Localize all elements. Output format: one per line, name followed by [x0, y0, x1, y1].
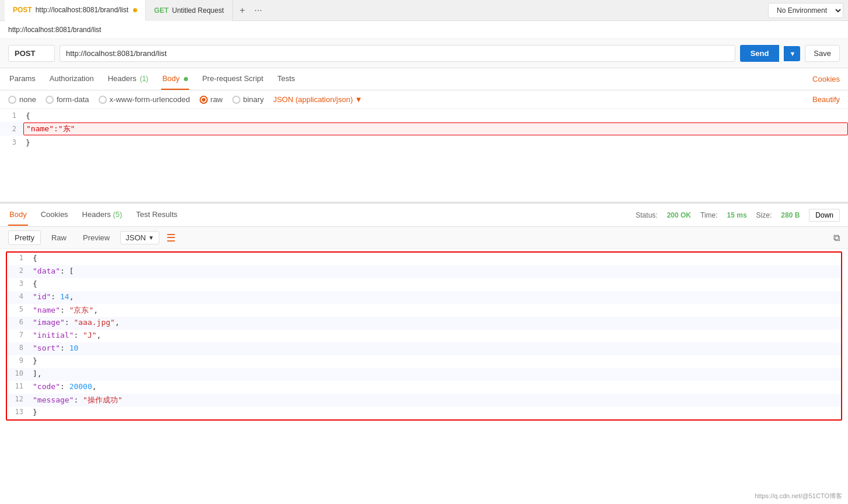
- line-content: "name":"东": [23, 123, 848, 135]
- add-tab-button[interactable]: +: [238, 4, 247, 17]
- radio-formdata-dot: [46, 96, 54, 104]
- radio-urlencoded-dot: [99, 96, 107, 104]
- tab-tests[interactable]: Tests: [276, 68, 296, 90]
- tab-get-label: Untitled Request: [172, 6, 224, 15]
- resp-line-content: "initial": "J",: [30, 330, 841, 341]
- more-tabs-button[interactable]: ···: [252, 4, 264, 17]
- request-bar: POST GET PUT DELETE Send ▼ Save: [0, 39, 848, 68]
- send-dropdown-button[interactable]: ▼: [784, 46, 800, 61]
- resp-code-line: 2 "data": [: [7, 265, 841, 278]
- radio-raw[interactable]: raw: [200, 95, 223, 104]
- copy-icon[interactable]: ⧉: [833, 233, 840, 243]
- resp-code-line: 13}: [7, 407, 841, 419]
- url-input[interactable]: [60, 45, 735, 62]
- env-select-dropdown[interactable]: No Environment: [768, 3, 843, 18]
- resp-line-number: 9: [7, 355, 30, 365]
- beautify-button[interactable]: Beautify: [812, 95, 840, 104]
- send-button[interactable]: Send: [740, 45, 780, 62]
- resp-tab-test-results[interactable]: Test Results: [135, 204, 179, 226]
- resp-line-content: "sort": 10: [30, 342, 841, 354]
- resp-tab-headers[interactable]: Headers (5): [81, 204, 124, 226]
- radio-binary[interactable]: binary: [232, 95, 264, 104]
- body-active-dot: [184, 77, 188, 81]
- radio-none[interactable]: none: [8, 95, 36, 104]
- radio-formdata[interactable]: form-data: [46, 95, 89, 104]
- resp-line-content: }: [30, 355, 841, 366]
- tab-post-label: http://localhost:8081/brand/list: [36, 6, 128, 14]
- resp-code-line: 4 "id": 14,: [7, 291, 841, 304]
- resp-line-number: 10: [7, 368, 30, 377]
- method-select[interactable]: POST GET PUT DELETE: [8, 45, 55, 62]
- tab-authorization[interactable]: Authorization: [48, 68, 95, 90]
- tab-post[interactable]: POST http://localhost:8081/brand/list: [5, 0, 146, 21]
- resp-line-content: {: [30, 278, 841, 289]
- tab-prerequest[interactable]: Pre-request Script: [201, 68, 264, 90]
- resp-line-content: "id": 14,: [30, 291, 841, 302]
- chevron-down-icon: ▼: [148, 235, 154, 241]
- resp-line-number: 3: [7, 278, 30, 288]
- resp-line-number: 12: [7, 394, 30, 403]
- resp-code-line: 5 "name": "京东",: [7, 304, 841, 317]
- resp-line-content: ],: [30, 368, 841, 379]
- resp-line-number: 2: [7, 265, 30, 275]
- resp-code-line: 9 }: [7, 355, 841, 368]
- resp-tab-body[interactable]: Body: [8, 204, 28, 226]
- resp-view-preview[interactable]: Preview: [77, 231, 116, 244]
- resp-tab-cookies[interactable]: Cookies: [40, 204, 69, 226]
- resp-code-line: 6 "image": "aaa.jpg",: [7, 317, 841, 330]
- json-type-select[interactable]: JSON (application/json) ▼: [273, 95, 362, 104]
- line-content: }: [23, 138, 848, 147]
- resp-line-number: 4: [7, 291, 30, 300]
- resp-line-content: "data": [: [30, 265, 841, 276]
- resp-line-content: }: [30, 407, 841, 418]
- save-button[interactable]: Save: [805, 45, 840, 62]
- code-line: 1{: [0, 109, 848, 122]
- tab-post-dot: [133, 8, 137, 12]
- resp-line-content: {: [30, 253, 841, 264]
- request-tabs: Params Authorization Headers (1) Body Pr…: [0, 68, 848, 90]
- response-section: Body Cookies Headers (5) Test Results St…: [0, 202, 848, 423]
- line-number: 3: [0, 138, 23, 146]
- cookies-link[interactable]: Cookies: [812, 75, 840, 83]
- time-value: 15 ms: [727, 211, 747, 219]
- resp-code-line: 7 "initial": "J",: [7, 330, 841, 342]
- resp-line-content: "image": "aaa.jpg",: [30, 317, 841, 328]
- resp-line-number: 6: [7, 317, 30, 326]
- resp-line-number: 5: [7, 304, 30, 313]
- response-body-editor: 1{2 "data": [3 {4 "id": 14,5 "name": "京东…: [6, 251, 842, 421]
- resp-code-line: 10 ],: [7, 368, 841, 381]
- tab-params[interactable]: Params: [8, 68, 37, 90]
- response-status: Status: 200 OK Time: 15 ms Size: 280 B D…: [636, 209, 840, 222]
- tab-get-method: GET: [154, 6, 169, 15]
- resp-line-number: 7: [7, 330, 30, 339]
- radio-urlencoded[interactable]: x-www-form-urlencoded: [99, 95, 190, 104]
- resp-line-number: 13: [7, 407, 30, 416]
- resp-line-content: "code": 20000,: [30, 381, 841, 392]
- line-content: {: [23, 111, 848, 120]
- resp-line-content: "name": "京东",: [30, 304, 841, 317]
- resp-view-raw[interactable]: Raw: [46, 231, 72, 244]
- env-selector: No Environment: [768, 3, 843, 18]
- resp-code-line: 8 "sort": 10: [7, 342, 841, 355]
- status-value: 200 OK: [667, 211, 691, 219]
- tab-actions: + ···: [238, 4, 265, 17]
- resp-line-content: "message": "操作成功": [30, 394, 841, 407]
- line-number: 1: [0, 111, 23, 120]
- resp-code-line: 1{: [7, 253, 841, 265]
- resp-line-number: 8: [7, 342, 30, 352]
- download-button[interactable]: Down: [809, 209, 840, 222]
- radio-none-dot: [8, 96, 16, 104]
- response-view-bar: Pretty Raw Preview JSON ▼ ☰ ⧉: [0, 227, 848, 249]
- radio-binary-dot: [232, 96, 240, 104]
- size-value: 280 B: [781, 211, 800, 219]
- tab-body[interactable]: Body: [161, 68, 189, 90]
- resp-view-pretty[interactable]: Pretty: [8, 230, 41, 245]
- resp-code-line: 3 {: [7, 278, 841, 291]
- watermark: https://q.cdn.net/@51CTO博客: [755, 492, 842, 501]
- request-body-editor[interactable]: 1{2 "name":"东"3}: [0, 109, 848, 202]
- tab-get[interactable]: GET Untitled Request: [146, 0, 232, 21]
- tab-headers[interactable]: Headers (1): [107, 68, 149, 90]
- wrap-icon[interactable]: ☰: [166, 232, 176, 244]
- code-line: 3}: [0, 136, 848, 149]
- resp-format-select[interactable]: JSON ▼: [120, 231, 159, 244]
